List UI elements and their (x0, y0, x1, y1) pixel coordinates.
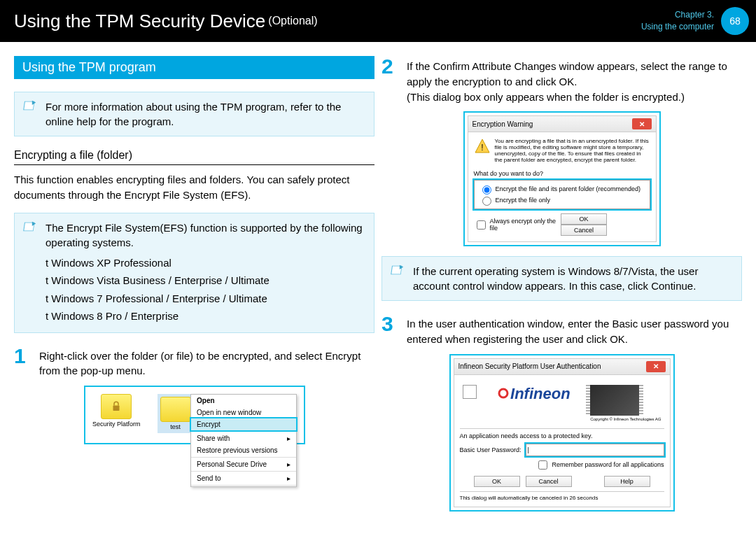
cancel-button[interactable]: Cancel (561, 225, 607, 236)
chapter-line1: Chapter 3. (641, 9, 714, 21)
dialog-title: Encryption Warning (472, 120, 533, 128)
ok-button[interactable]: OK (474, 476, 520, 487)
os-item: t Windows 7 Professional / Enterprise / … (46, 290, 367, 308)
info-note-text: If the current operating system is Windo… (413, 265, 698, 292)
dialog-title: Infineon Security Platform User Authenti… (458, 362, 601, 370)
divider (14, 164, 374, 165)
section-title: Using the TPM program (14, 56, 374, 79)
chapter-info: Chapter 3. Using the computer 68 (641, 0, 749, 42)
subheading: Encrypting a ﬁle (folder) (14, 149, 374, 162)
warning-question: What do you want to do? (474, 170, 650, 177)
step-2: 2 If the Conﬁrm Attribute Changes window… (382, 56, 742, 104)
warning-message: You are encrypting a file that is in an … (495, 138, 650, 163)
menu-send-to[interactable]: Send to▸ (191, 472, 296, 484)
folder-label: Security Platform (92, 421, 141, 428)
checkbox-always-encrypt[interactable]: Always encrypt only the file (474, 218, 561, 232)
step-number: 3 (382, 313, 407, 347)
info-note-text: For more information about using the TPM… (46, 101, 341, 127)
svg-rect-0 (113, 406, 120, 411)
password-label: Basic User Password: (460, 446, 522, 453)
step-text: If the Conﬁrm Attribute Changes window a… (407, 60, 727, 87)
step-text: Right-click over the folder (or ﬁle) to … (39, 346, 374, 379)
cancel-button[interactable]: Cancel (526, 476, 572, 487)
auth-dialog: Infineon Security Platform User Authenti… (449, 354, 675, 512)
step-text: In the user authentication window, enter… (407, 313, 742, 347)
step-note: (This dialog box only appears when the f… (407, 91, 685, 103)
radio-encrypt-parent[interactable]: Encrypt the file and its parent folder (… (479, 183, 645, 195)
context-menu: Open Open in new window Encrypt Share wi… (190, 394, 297, 487)
tpm-chip-icon (590, 385, 639, 416)
close-icon[interactable]: ✕ (632, 118, 652, 129)
svg-text:!: ! (481, 143, 483, 153)
os-item: t Windows XP Professional (46, 254, 367, 272)
page-subtitle: (Optional) (268, 15, 317, 27)
infineon-logo: Infineon (496, 385, 570, 402)
os-item: t Windows Vista Business / Enterprise / … (46, 271, 367, 290)
note-icon (23, 99, 38, 112)
note-icon (391, 264, 406, 276)
page-number-badge: 68 (721, 7, 749, 35)
menu-encrypt[interactable]: Encrypt (191, 418, 296, 430)
step-number: 2 (382, 56, 407, 104)
folder-item: Security Platform (92, 394, 141, 433)
menu-personal-secure-drive[interactable]: Personal Secure Drive▸ (191, 458, 296, 470)
intro-text: This function enables encrypting ﬁles an… (14, 172, 374, 203)
svg-point-2 (499, 389, 507, 397)
note-icon (23, 220, 38, 233)
password-input[interactable] (526, 444, 664, 456)
page-header: Using the TPM Security Device (Optional)… (0, 0, 756, 42)
close-icon[interactable]: ✕ (646, 361, 666, 372)
step-1: 1 Right-click over the folder (or ﬁle) t… (14, 346, 374, 379)
right-column: 2 If the Conﬁrm Attribute Changes window… (382, 56, 749, 521)
folder-item-selected: test (158, 394, 194, 433)
folder-label: test (170, 423, 181, 430)
menu-open-new-window[interactable]: Open in new window (191, 407, 296, 418)
info-note-uac: If the current operating system is Windo… (382, 256, 742, 301)
info-note-efs: The Encrypt File System(EFS) function is… (14, 213, 374, 333)
encryption-warning-dialog: Encryption Warning ✕ ! You are encryptin… (463, 111, 661, 246)
page-title: Using the TPM Security Device (14, 10, 265, 32)
menu-open[interactable]: Open (191, 395, 296, 407)
step-3: 3 In the user authentication window, ent… (382, 313, 742, 347)
os-item: t Windows 8 Pro / Enterprise (46, 307, 367, 325)
auth-footer: This dialog will automatically be cancel… (460, 495, 664, 501)
step-number: 1 (14, 346, 39, 379)
copyright-text: Copyright © Infineon Technologies AG (590, 417, 661, 421)
warning-icon: ! (474, 138, 491, 155)
auth-message: An application needs access to a protect… (460, 432, 664, 439)
menu-share-with[interactable]: Share with▸ (191, 432, 296, 444)
left-column: Using the TPM program For more informati… (14, 56, 382, 521)
info-note-lead: The Encrypt File System(EFS) function is… (46, 220, 367, 250)
info-note-tpm-help: For more information about using the TPM… (14, 92, 374, 136)
tpm-shield-icon (463, 385, 477, 399)
menu-restore-versions[interactable]: Restore previous versions (191, 444, 296, 456)
context-menu-screenshot: Security Platform test Open Open in new … (84, 386, 305, 444)
checkbox-remember-password[interactable]: Remember password for all applications (460, 458, 664, 472)
ok-button[interactable]: OK (561, 213, 607, 225)
chapter-line2: Using the computer (641, 21, 714, 33)
help-button[interactable]: Help (604, 476, 650, 487)
radio-encrypt-file-only[interactable]: Encrypt the file only (479, 195, 645, 206)
